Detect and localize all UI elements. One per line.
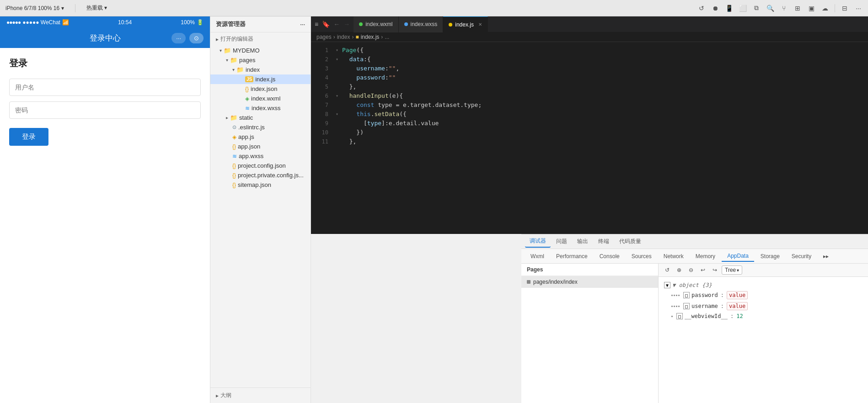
file-app-js[interactable]: ◈ app.js: [210, 132, 311, 142]
breadcrumb-file[interactable]: index.js: [361, 34, 380, 40]
file-index-wxml[interactable]: ◈ index.wxml: [210, 94, 311, 103]
tab-code-quality[interactable]: 代码质量: [615, 236, 646, 247]
file-index-js-label: index.js: [255, 76, 275, 83]
project-folder[interactable]: ▾ 📁 MYDEMO: [210, 46, 311, 55]
password-input[interactable]: [9, 101, 201, 119]
copy-icon[interactable]: ⧉: [752, 4, 761, 12]
static-folder[interactable]: ▸ 📁 static: [210, 113, 311, 122]
tab-index-js[interactable]: index.js ✕: [443, 16, 488, 32]
explorer-more-icon[interactable]: ···: [300, 21, 305, 28]
tab-more[interactable]: ▸▸: [818, 251, 834, 261]
tab-sources[interactable]: Sources: [626, 251, 657, 261]
phone-nav-home[interactable]: ⊙: [189, 33, 204, 43]
project-chevron: ▾: [220, 48, 222, 53]
search-icon[interactable]: 🔍: [766, 4, 774, 12]
login-button[interactable]: 登录: [9, 128, 48, 146]
tab-console[interactable]: Console: [594, 251, 625, 261]
file-project-config[interactable]: {} project.config.json: [210, 161, 311, 170]
editor-content[interactable]: 1 ▾ Page({ 2 ▾ data:{ 3 ▾ username:"", 4: [311, 42, 868, 234]
pc-icon: {}: [232, 163, 236, 169]
layout-icon[interactable]: ⊟: [841, 4, 849, 12]
expand-webviewid[interactable]: □: [676, 313, 683, 319]
data-panel-container: ↺ ⊕ ⊖ ↩ ↪ Tree ▾ ▼: [659, 264, 868, 403]
file-index-wxml-label: index.wxml: [251, 95, 280, 102]
breadcrumb-pages[interactable]: pages: [316, 34, 332, 40]
username-value[interactable]: value: [727, 302, 748, 310]
pages-folder-icon: 📁: [230, 57, 237, 64]
tab-performance[interactable]: Performance: [551, 251, 593, 261]
tab-debugger[interactable]: 调试器: [525, 235, 551, 248]
file-project-private[interactable]: {} project.private.config.js...: [210, 170, 311, 180]
pages-item-index[interactable]: pages/index/index: [521, 276, 658, 288]
tab-index-wxml[interactable]: index.wxml: [354, 16, 398, 32]
back-icon[interactable]: ←: [333, 21, 340, 28]
username-input[interactable]: [9, 79, 201, 96]
hotreload-btn[interactable]: 热重载 ▾: [86, 4, 107, 12]
tab-wxml[interactable]: Wxml: [525, 251, 550, 261]
sm-icon: {}: [232, 182, 236, 188]
tab-close-icon[interactable]: ✕: [478, 22, 482, 27]
collapse-all-btn[interactable]: ⊖: [686, 266, 696, 274]
breadcrumb-index[interactable]: index: [337, 34, 350, 40]
bookmark-icon[interactable]: 🔖: [322, 21, 330, 28]
forward-icon[interactable]: →: [343, 21, 350, 28]
branch-icon[interactable]: ⑂: [780, 4, 788, 12]
index-folder[interactable]: ▾ 📁 index: [210, 65, 311, 74]
expand-password[interactable]: □: [683, 292, 690, 298]
breadcrumb-sep2: ›: [352, 34, 354, 40]
tab-storage[interactable]: Storage: [755, 251, 785, 261]
tab-index-wxss[interactable]: index.wxss: [399, 16, 444, 32]
phone-icon[interactable]: 📱: [725, 4, 733, 12]
phone-status-left: ●●●●● ●●●●● WeChat 📶: [6, 19, 69, 26]
devtools-content: Pages pages/index/index ↺ ⊕ ⊖ ↩ ↪: [521, 264, 868, 403]
undo-btn[interactable]: ↩: [698, 266, 708, 274]
expand-all-btn[interactable]: ⊕: [674, 266, 684, 274]
phone-nav-dots[interactable]: ···: [171, 33, 186, 43]
cloud-icon[interactable]: ☁: [821, 4, 829, 12]
outline-section[interactable]: ▸ 大纲: [210, 387, 311, 403]
tree-dropdown[interactable]: Tree ▾: [722, 265, 742, 275]
redo-btn[interactable]: ↪: [710, 266, 720, 274]
data-root[interactable]: ▼ ▼ object {3}: [659, 281, 868, 290]
device-arrow: ▾: [61, 5, 64, 11]
grid-icon[interactable]: ⊞: [793, 4, 802, 12]
tab-issues[interactable]: 问题: [552, 236, 572, 247]
file-index-wxss[interactable]: ≋ index.wxss: [210, 103, 311, 113]
code-line-1: 1 ▾ Page({: [311, 46, 868, 55]
file-app-wxss[interactable]: ≋ app.wxss: [210, 151, 311, 161]
tab-network[interactable]: Network: [658, 251, 689, 261]
refresh-data-btn[interactable]: ↺: [662, 266, 672, 274]
pages-folder[interactable]: ▾ 📁 pages: [210, 55, 311, 65]
explorer-title: 资源管理器: [216, 20, 246, 28]
tab-output[interactable]: 输出: [573, 236, 593, 247]
webviewid-value: 12: [736, 313, 743, 319]
device-label: iPhone 6/7/8 100% 16: [5, 5, 59, 11]
file-index-json[interactable]: {} index.json: [210, 84, 311, 94]
file-app-json[interactable]: {} app.json: [210, 142, 311, 151]
frame-icon[interactable]: ▣: [807, 4, 815, 12]
file-index-js[interactable]: JS index.js: [210, 74, 311, 84]
file-sitemap[interactable]: {} sitemap.json: [210, 180, 311, 190]
expand-username[interactable]: □: [683, 303, 690, 309]
wxml-icon: ◈: [245, 95, 249, 102]
editor-tab-actions: ≡ 🔖 ← →: [311, 21, 354, 28]
tab-memory[interactable]: Memory: [690, 251, 721, 261]
tab-security[interactable]: Security: [786, 251, 817, 261]
code-line-4: 4 ▾ password:"": [311, 73, 868, 82]
hamburger-icon[interactable]: ≡: [315, 21, 318, 28]
phone-nav-right: ··· ⊙: [171, 33, 204, 43]
device-selector[interactable]: iPhone 6/7/8 100% 16 ▾: [5, 5, 64, 11]
open-editors-section[interactable]: ▸ 打开的编辑器: [210, 32, 311, 46]
expand-root[interactable]: ▼: [664, 282, 670, 288]
file-eslint[interactable]: ⊙ .eslintrc.js: [210, 122, 311, 132]
signal-dots: ●●●●●: [6, 19, 21, 26]
more-icon[interactable]: ···: [854, 4, 863, 12]
password-value[interactable]: value: [727, 291, 748, 299]
pages-chevron: ▾: [226, 58, 228, 63]
tab-appdata[interactable]: AppData: [722, 251, 754, 262]
tab-terminal[interactable]: 终端: [594, 236, 614, 247]
stop-icon[interactable]: ⏺: [711, 4, 719, 12]
refresh-icon[interactable]: ↺: [697, 4, 706, 12]
wifi-icon: 📶: [62, 19, 69, 26]
tablet-icon[interactable]: ⬜: [739, 4, 747, 12]
